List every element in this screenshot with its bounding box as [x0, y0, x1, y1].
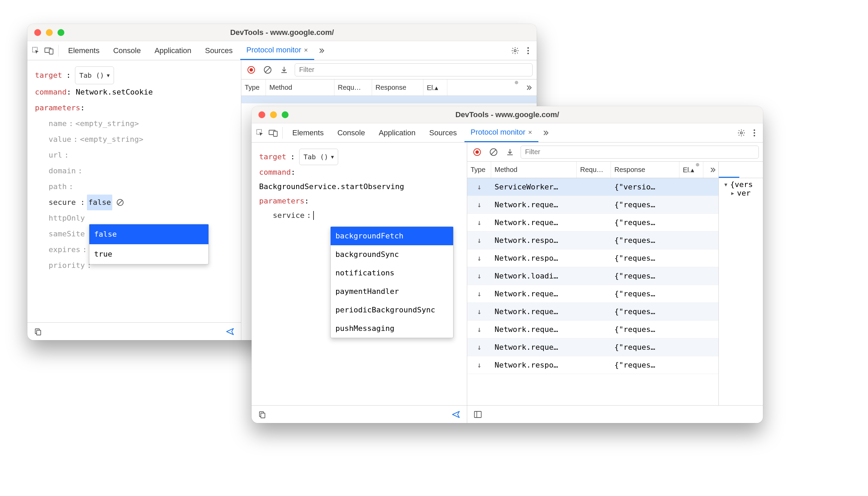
col-type[interactable]: Type [241, 79, 266, 96]
detail-root[interactable]: {vers [724, 180, 758, 189]
parameters-label: parameters [35, 103, 80, 112]
table-row[interactable]: ↓ServiceWorker…{"versio… [467, 178, 718, 196]
kebab-menu-icon[interactable] [522, 45, 534, 57]
param-secure[interactable]: secure : false [49, 195, 238, 210]
table-row[interactable]: ↓Network.reque…{"reques… [467, 196, 718, 214]
detail-child[interactable]: ver [724, 189, 758, 197]
device-toggle-icon[interactable] [267, 127, 279, 139]
param-value-editing[interactable]: false [87, 195, 112, 210]
autocomplete-dropdown[interactable]: false true [89, 224, 209, 264]
command-editor[interactable]: target: Tab () ▼ command: Network.setCoo… [27, 60, 241, 322]
more-tabs-icon[interactable] [316, 45, 327, 57]
arrow-down-icon: ↓ [477, 236, 481, 245]
table-row[interactable]: ↓Network.reque…{"reques… [467, 303, 718, 321]
copy-icon[interactable] [256, 409, 268, 420]
close-window-button[interactable] [258, 111, 265, 118]
inspect-icon[interactable] [254, 127, 266, 139]
col-response[interactable]: Response [611, 162, 679, 178]
response-cell: {"reques… [611, 218, 679, 227]
log-pane: Type Method Requ… Response El.▴ ↓Service… [467, 142, 763, 423]
separator [282, 127, 283, 139]
more-cols-icon[interactable] [523, 82, 535, 94]
tab-application[interactable]: Application [372, 123, 422, 142]
maximize-window-button[interactable] [282, 111, 289, 118]
command-label: command [259, 168, 291, 176]
settings-icon[interactable] [509, 45, 521, 57]
table-row[interactable]: ↓Network.respo…{"reques… [467, 356, 718, 374]
table-row[interactable] [241, 96, 537, 103]
tab-sources[interactable]: Sources [199, 41, 239, 60]
dropdown-option[interactable]: true [89, 244, 208, 264]
download-icon[interactable] [278, 64, 290, 76]
table-row[interactable]: ↓Network.reque…{"reques… [467, 321, 718, 338]
dropdown-option[interactable]: notifications [331, 264, 453, 282]
more-tabs-icon[interactable] [540, 127, 551, 139]
param-service[interactable]: service : [273, 208, 463, 223]
response-detail-pane[interactable]: {vers ver [718, 162, 763, 405]
download-icon[interactable] [504, 146, 516, 158]
traffic-lights [258, 111, 289, 118]
dropdown-option[interactable]: backgroundSync [331, 245, 453, 264]
clear-icon[interactable] [116, 199, 124, 206]
col-request[interactable]: Requ… [577, 162, 611, 178]
minimize-window-button[interactable] [270, 111, 277, 118]
table-row[interactable]: ↓Network.respo…{"reques… [467, 249, 718, 267]
svg-rect-2 [49, 49, 53, 54]
table-row[interactable]: ↓Network.reque…{"reques… [467, 338, 718, 356]
close-tab-icon[interactable]: × [304, 46, 308, 54]
arrow-down-icon: ↓ [477, 307, 481, 316]
tab-protocol-monitor[interactable]: Protocol monitor× [464, 123, 538, 142]
col-elapsed[interactable]: El.▴ [679, 162, 703, 178]
kebab-menu-icon[interactable] [749, 127, 760, 139]
record-icon[interactable] [471, 146, 483, 158]
dropdown-option[interactable]: periodicBackgroundSync [331, 301, 453, 319]
dropdown-option[interactable]: paymentHandler [331, 282, 453, 301]
table-row[interactable]: ↓Network.respo…{"reques… [467, 232, 718, 249]
arrow-down-icon: ↓ [477, 361, 481, 369]
col-request[interactable]: Requ… [334, 79, 372, 96]
close-window-button[interactable] [34, 29, 41, 36]
send-icon[interactable] [225, 326, 236, 337]
record-icon[interactable] [245, 64, 257, 76]
close-tab-icon[interactable]: × [528, 128, 532, 136]
clear-icon[interactable] [488, 146, 499, 158]
table-row[interactable]: ↓Network.reque…{"reques… [467, 214, 718, 232]
command-editor[interactable]: target: Tab () ▼ command: BackgroundServ… [252, 142, 467, 405]
maximize-window-button[interactable] [58, 29, 64, 36]
more-cols-icon[interactable] [707, 164, 718, 176]
tab-console[interactable]: Console [331, 123, 371, 142]
dropdown-option[interactable]: backgroundFetch [331, 227, 453, 245]
method-cell: Network.reque… [491, 325, 577, 334]
target-label: target [259, 150, 286, 164]
tab-protocol-monitor[interactable]: Protocol monitor× [240, 41, 314, 60]
clear-icon[interactable] [262, 64, 273, 76]
col-type[interactable]: Type [467, 162, 491, 178]
tab-elements[interactable]: Elements [286, 123, 330, 142]
col-method[interactable]: Method [266, 79, 334, 96]
table-row[interactable]: ↓Network.loadi…{"reques… [467, 267, 718, 285]
autocomplete-dropdown[interactable]: backgroundFetch backgroundSync notificat… [330, 226, 454, 338]
col-response[interactable]: Response [372, 79, 423, 96]
filter-input[interactable] [521, 146, 759, 159]
filter-input[interactable] [295, 63, 533, 76]
tab-console[interactable]: Console [107, 41, 147, 60]
table-row[interactable]: ↓Network.reque…{"reques… [467, 285, 718, 303]
toggle-sidebar-icon[interactable] [472, 409, 484, 420]
target-select[interactable]: Tab () ▼ [75, 66, 114, 84]
target-select[interactable]: Tab () ▼ [299, 149, 339, 165]
inspect-icon[interactable] [30, 45, 42, 57]
dropdown-option[interactable]: false [89, 224, 208, 244]
tab-elements[interactable]: Elements [62, 41, 106, 60]
send-icon[interactable] [450, 409, 462, 420]
settings-icon[interactable] [736, 127, 747, 139]
col-method[interactable]: Method [491, 162, 577, 178]
svg-point-6 [527, 52, 529, 54]
dropdown-option[interactable]: pushMessaging [331, 319, 453, 338]
log-rows[interactable]: ↓ServiceWorker…{"versio…↓Network.reque…{… [467, 178, 718, 405]
copy-icon[interactable] [32, 326, 44, 337]
minimize-window-button[interactable] [46, 29, 53, 36]
tab-sources[interactable]: Sources [423, 123, 463, 142]
tab-application[interactable]: Application [148, 41, 197, 60]
device-toggle-icon[interactable] [43, 45, 55, 57]
col-elapsed[interactable]: El.▴ [423, 79, 447, 96]
